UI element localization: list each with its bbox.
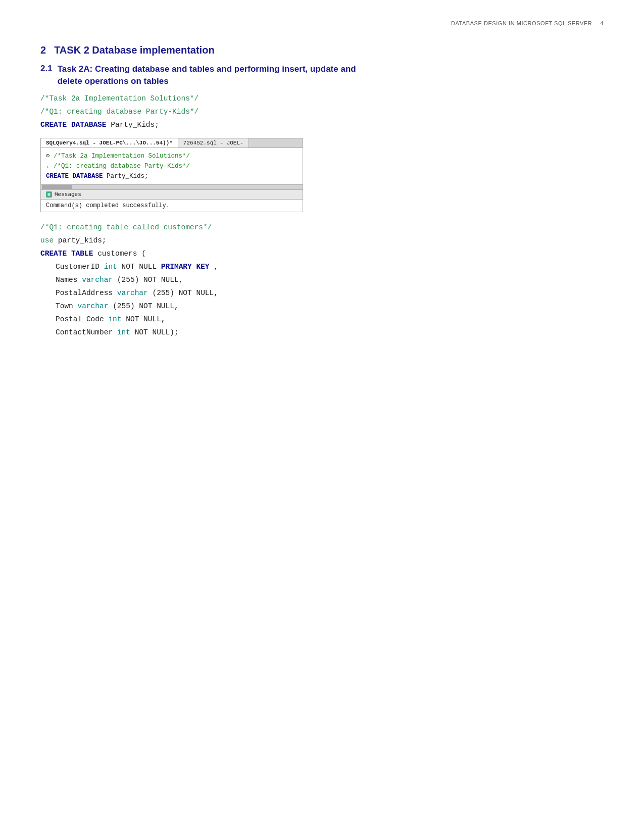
section21-title: Task 2A: Creating database and tables an… [58, 63, 356, 87]
col1-pk: PRIMARY KEY [161, 263, 210, 271]
col4-type: varchar [78, 302, 109, 310]
col1-notnull: NOT NULL [122, 263, 161, 271]
ss-tree-icon2: ⌞ [46, 163, 54, 170]
db-name: Party_Kids; [111, 121, 159, 129]
sql-messages-tab[interactable]: ▦ Messages [41, 190, 303, 200]
use-line: use party_kids; [40, 236, 604, 244]
keyword-use: use [40, 236, 54, 244]
ss-db-name: Party_Kids; [107, 173, 148, 180]
col6-name: ContactNumber [56, 328, 117, 336]
sql-scroll-thumb [42, 185, 72, 189]
col6-line: ContactNumber int NOT NULL); [56, 328, 604, 336]
col4-rest: (255) NOT NULL, [113, 302, 179, 310]
messages-icon: ▦ [46, 191, 52, 198]
sql-messages-content: Command(s) completed successfully. [41, 200, 303, 212]
comment3: /*Q1: creating table called customers*/ [40, 223, 604, 231]
sql-screenshot-box: SQLQuery4.sql - JOEL-PC\...\JO...54))* 7… [40, 138, 303, 212]
sql-tab2[interactable]: 726452.sql - JOEL- [178, 138, 249, 148]
col3-name: PostalAddress [56, 289, 117, 297]
comment1: /*Task 2a Implementation Solutions*/ [40, 94, 604, 103]
sql-scrollbar[interactable] [41, 184, 303, 189]
col4-name: Town [56, 302, 78, 310]
col5-type: int [108, 315, 121, 323]
ss-comment1: /*Task 2a Implementation Solutions*/ [54, 153, 190, 160]
section21-title-line2: delete operations on tables [58, 75, 356, 87]
col2-name: Names [56, 276, 82, 284]
ss-tree-icon1: ⊝ [46, 153, 54, 160]
ss-keyword-create: CREATE DATABASE [46, 173, 103, 180]
col5-line: Postal_Code int NOT NULL, [56, 315, 604, 323]
col6-rest: NOT NULL); [135, 328, 179, 336]
col1-name: CustomerID [56, 263, 104, 271]
col5-rest: NOT NULL, [126, 315, 165, 323]
create-table-line: CREATE TABLE customers ( [40, 250, 604, 258]
col2-rest: (255) NOT NULL, [117, 276, 183, 284]
col1-comma: , [214, 263, 218, 271]
col3-type: varchar [117, 289, 148, 297]
section2-label: TASK 2 Database implementation [54, 44, 214, 56]
col1-type: int [104, 263, 117, 271]
sql-code-area: ⊝ /*Task 2a Implementation Solutions*/ ⌞… [41, 148, 303, 184]
sql-tab1[interactable]: SQLQuery4.sql - JOEL-PC\...\JO...54))* [41, 138, 178, 148]
keyword-create-table: CREATE TABLE [40, 250, 93, 258]
ss-comment2: /*Q1: creating database Party-Kids*/ [54, 163, 190, 170]
messages-label: Messages [55, 191, 81, 198]
section2-title: 2 TASK 2 Database implementation [40, 44, 604, 56]
ss-code-line2: ⌞ /*Q1: creating database Party-Kids*/ [46, 161, 298, 171]
sql-messages-area: ▦ Messages Command(s) completed successf… [41, 189, 303, 212]
table-name: customers ( [97, 250, 146, 258]
section2-number: 2 [40, 44, 46, 56]
col3-rest: (255) NOT NULL, [152, 289, 218, 297]
col3-line: PostalAddress varchar (255) NOT NULL, [56, 289, 604, 297]
col1-line: CustomerID int NOT NULL PRIMARY KEY , [56, 263, 604, 271]
ss-code-line1: ⊝ /*Task 2a Implementation Solutions*/ [46, 151, 298, 161]
col2-line: Names varchar (255) NOT NULL, [56, 276, 604, 284]
create-db-line: CREATE DATABASE Party_Kids; [40, 121, 604, 129]
page-header: DATABASE DESIGN IN MICROSOFT SQL SERVER … [40, 20, 604, 26]
col6-type: int [117, 328, 130, 336]
section21-number: 2.1 [40, 64, 53, 74]
col5-name: Postal_Code [56, 315, 108, 323]
ss-code-line3: CREATE DATABASE Party_Kids; [46, 171, 298, 181]
page-number: 4 [600, 20, 604, 26]
header-title: DATABASE DESIGN IN MICROSOFT SQL SERVER [451, 20, 592, 26]
sql-tabs: SQLQuery4.sql - JOEL-PC\...\JO...54))* 7… [41, 138, 303, 148]
col4-line: Town varchar (255) NOT NULL, [56, 302, 604, 310]
keyword-create: CREATE DATABASE [40, 121, 107, 129]
col2-type: varchar [82, 276, 113, 284]
use-db-name: party_kids; [58, 236, 107, 244]
comment2: /*Q1: creating database Party-Kids*/ [40, 108, 604, 116]
section21-title-line1: Task 2A: Creating database and tables an… [58, 63, 356, 75]
section21-header: 2.1 Task 2A: Creating database and table… [40, 63, 604, 87]
